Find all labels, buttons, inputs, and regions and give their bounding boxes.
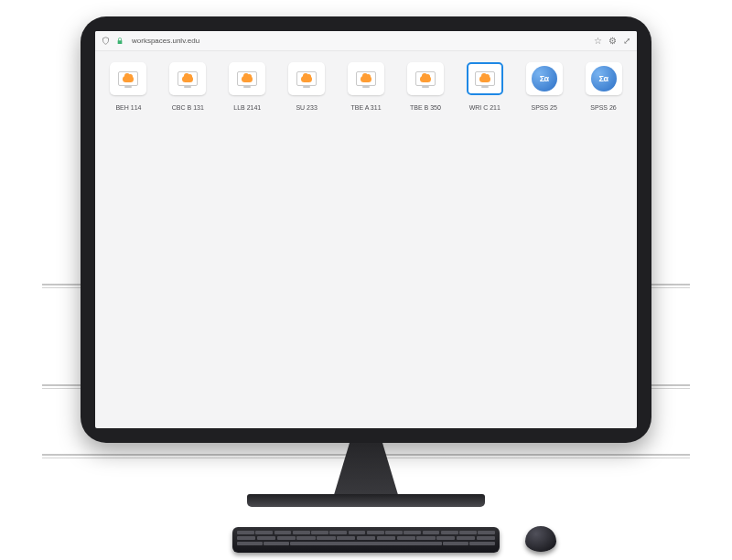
workspace-grid: BEH 114 CBC B 131 LLB 2141 (106, 62, 626, 112)
workspace-item[interactable]: BEH 114 (106, 62, 151, 112)
cloud-monitor-icon (118, 71, 138, 86)
address-text[interactable]: workspaces.unlv.edu (132, 37, 199, 45)
workspace-item[interactable]: LLB 2141 (225, 62, 270, 112)
workspace-tile (169, 62, 206, 95)
cloud-monitor-icon (415, 71, 436, 86)
monitor-bezel: workspaces.unlv.edu ☆ ⚙ ⤢ BEH 114 (81, 16, 651, 443)
workspace-item[interactable]: CBC B 131 (166, 62, 210, 112)
workspace-tile: Σα (586, 62, 622, 95)
workspace-item[interactable]: TBE A 311 (344, 62, 389, 112)
monitor-base (247, 494, 485, 507)
workspace-tile (110, 62, 146, 95)
workspace-item-selected[interactable]: WRI C 211 (462, 62, 507, 112)
workspace-label: SPSS 25 (531, 104, 556, 112)
workspace-tile: Σα (526, 62, 563, 95)
cloud-monitor-icon (356, 71, 376, 86)
workspace-tile (288, 62, 325, 95)
spss-icon: Σα (591, 66, 617, 92)
workspace-label: TBE B 350 (410, 104, 441, 112)
workspace-tile (467, 62, 503, 95)
workspace-label: SU 233 (296, 104, 317, 112)
cloud-monitor-icon (178, 71, 198, 86)
monitor-neck (333, 443, 399, 498)
keyboard (232, 527, 500, 553)
workspace-tile (229, 62, 265, 95)
workspace-item[interactable]: Σα SPSS 26 (581, 62, 626, 112)
cloud-monitor-icon (296, 71, 317, 86)
expand-icon[interactable]: ⤢ (622, 37, 631, 46)
workspace-label: WRI C 211 (469, 104, 501, 112)
star-icon[interactable]: ☆ (593, 37, 602, 46)
browser-toolbar: workspaces.unlv.edu ☆ ⚙ ⤢ (95, 31, 637, 51)
cloud-monitor-icon (475, 71, 495, 86)
cloud-monitor-icon (237, 71, 257, 86)
workspace-label: SPSS 26 (590, 104, 616, 112)
shield-icon[interactable] (101, 37, 110, 46)
workspace-item[interactable]: Σα SPSS 25 (522, 62, 566, 112)
workspace-label: TBE A 311 (350, 104, 381, 112)
workspace-item[interactable]: SU 233 (285, 62, 329, 112)
workspace-item[interactable]: TBE B 350 (403, 62, 447, 112)
mouse (525, 526, 556, 552)
gear-icon[interactable]: ⚙ (608, 37, 617, 46)
spss-icon: Σα (532, 66, 557, 92)
workspace-label: BEH 114 (115, 104, 141, 112)
screen: workspaces.unlv.edu ☆ ⚙ ⤢ BEH 114 (95, 31, 637, 428)
workspace-label: LLB 2141 (233, 104, 261, 112)
workspace-content: BEH 114 CBC B 131 LLB 2141 (95, 51, 637, 428)
workspace-tile (348, 62, 384, 95)
workspace-tile (407, 62, 444, 95)
workspace-label: CBC B 131 (172, 104, 204, 112)
lock-icon (115, 37, 124, 46)
